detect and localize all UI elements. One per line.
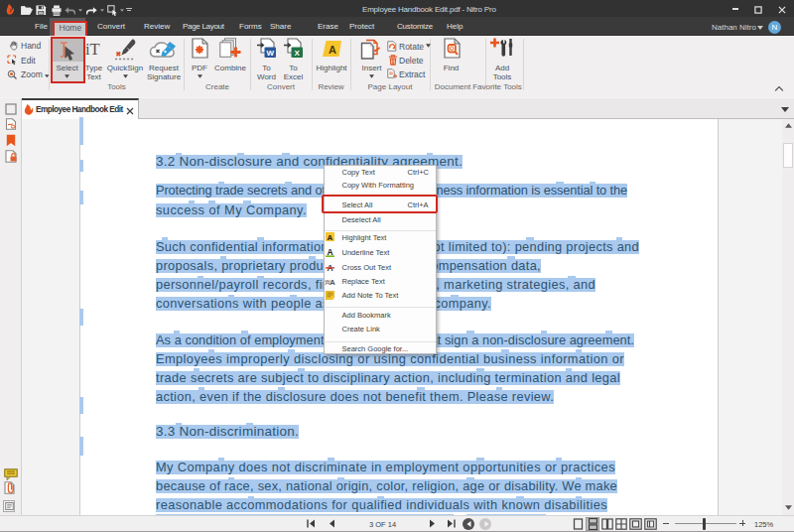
svg-text:A: A bbox=[330, 278, 335, 286]
svg-text:X: X bbox=[295, 49, 301, 58]
svg-text:A: A bbox=[329, 44, 336, 56]
svg-text:A: A bbox=[328, 233, 333, 242]
svg-text:W: W bbox=[266, 49, 274, 58]
svg-text:A: A bbox=[327, 247, 332, 257]
